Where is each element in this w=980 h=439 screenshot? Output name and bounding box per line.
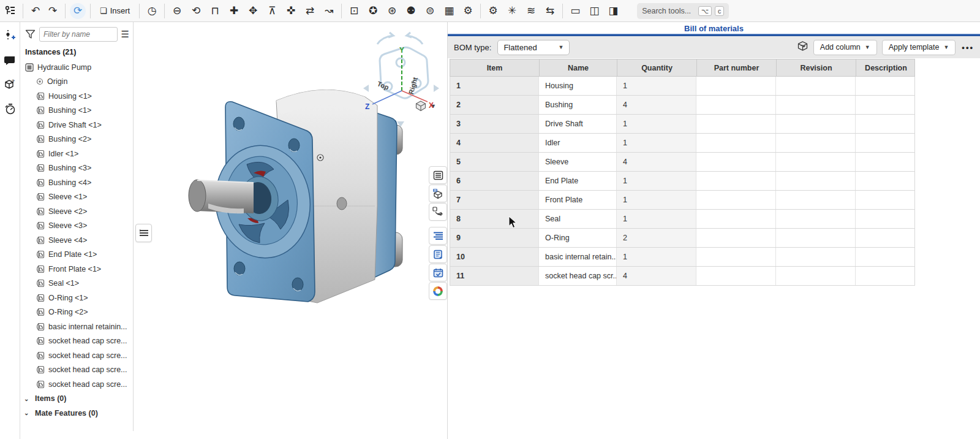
cell-quantity[interactable]: 1 xyxy=(617,210,696,228)
list-view-icon[interactable]: ☰ xyxy=(121,29,129,40)
toolbar-tool-icon[interactable]: ✜ xyxy=(283,3,299,19)
cell-quantity[interactable]: 1 xyxy=(617,115,696,133)
cell-part-number[interactable] xyxy=(696,115,776,133)
cell-description[interactable] xyxy=(856,191,915,209)
table-row[interactable]: 3 Drive Shaft 1 xyxy=(450,115,915,134)
cell-name[interactable]: Seal xyxy=(539,210,617,228)
cell-name[interactable]: Drive Shaft xyxy=(539,115,617,133)
tree-item-part[interactable]: basic internal retainin... xyxy=(20,319,133,334)
cell-quantity[interactable]: 1 xyxy=(617,172,696,190)
cell-part-number[interactable] xyxy=(696,267,776,285)
cell-part-number[interactable] xyxy=(696,77,776,95)
cell-part-number[interactable] xyxy=(696,153,776,171)
tree-item-part[interactable]: socket head cap scre... xyxy=(20,334,133,349)
tree-item-part[interactable]: socket head cap scre... xyxy=(20,348,133,363)
toolbar-tool-icon[interactable]: ▦ xyxy=(441,3,457,19)
toolbar-tool-icon[interactable]: ◨ xyxy=(605,3,621,19)
cell-name[interactable]: socket head cap scr... xyxy=(539,267,617,285)
cell-item[interactable]: 9 xyxy=(450,229,539,247)
insert-button[interactable]: ❏ Insert xyxy=(95,3,135,19)
tree-item-part[interactable]: Seal <1> xyxy=(20,277,133,291)
overflow-menu-icon[interactable]: ••• xyxy=(962,43,974,52)
tasks-button[interactable] xyxy=(429,264,447,281)
tree-item-part[interactable]: Sleeve <2> xyxy=(20,204,133,219)
cell-item[interactable]: 6 xyxy=(450,172,539,190)
tree-item-part[interactable]: Idler <1> xyxy=(20,147,133,161)
cut-list-button[interactable] xyxy=(429,245,447,263)
tree-item-part[interactable]: Front Plate <1> xyxy=(20,262,133,277)
cell-description[interactable] xyxy=(856,229,915,247)
cell-part-number[interactable] xyxy=(696,229,776,247)
cell-revision[interactable] xyxy=(776,77,856,95)
tree-item-part[interactable]: Bushing <4> xyxy=(20,175,133,190)
tree-item-part[interactable]: O-Ring <2> xyxy=(20,305,133,320)
tree-item-part[interactable]: Bushing <1> xyxy=(20,104,133,118)
cell-revision[interactable] xyxy=(776,153,856,171)
column-header[interactable]: Part number xyxy=(697,59,777,76)
cell-name[interactable]: basic internal retain... xyxy=(539,248,617,266)
toolbar-tool-icon[interactable]: ↝ xyxy=(321,3,337,19)
hydraulic-pump-model[interactable]: Y Z X Top Right xyxy=(134,22,447,439)
cell-description[interactable] xyxy=(856,248,915,266)
toolbar-tool-icon[interactable]: ⊓ xyxy=(207,3,223,19)
cell-part-number[interactable] xyxy=(696,96,776,114)
cell-name[interactable]: Front Plate xyxy=(539,191,617,209)
add-instance-icon[interactable] xyxy=(2,28,18,44)
table-row[interactable]: 8 Seal 1 xyxy=(450,210,915,229)
cell-quantity[interactable]: 1 xyxy=(617,191,696,209)
cell-revision[interactable] xyxy=(776,96,856,114)
tree-item-part[interactable]: End Plate <1> xyxy=(20,248,133,262)
drive-shaft[interactable] xyxy=(189,180,254,213)
table-row[interactable]: 4 Idler 1 xyxy=(450,134,915,153)
toolbar-tool-icon[interactable]: ✪ xyxy=(365,3,381,19)
cell-revision[interactable] xyxy=(776,229,856,247)
cell-item[interactable]: 4 xyxy=(450,134,539,152)
toolbar-tool-icon[interactable]: ⊜ xyxy=(422,3,438,19)
filter-input[interactable] xyxy=(39,27,118,42)
toolbar-tool-icon[interactable]: ⊖ xyxy=(169,3,185,19)
toolbar-tool-icon[interactable]: ⚉ xyxy=(403,3,419,19)
cell-item[interactable]: 5 xyxy=(450,153,539,171)
toolbar-tool-icon[interactable]: ◫ xyxy=(586,3,602,19)
redo-icon[interactable]: ↷ xyxy=(45,3,61,19)
apply-template-button[interactable]: Apply template ▼ xyxy=(882,40,956,55)
toolbar-tool-icon[interactable]: ≋ xyxy=(523,3,539,19)
toolbar-tool-icon[interactable]: ⚙ xyxy=(485,3,501,19)
toolbar-tool-icon[interactable]: ⇆ xyxy=(542,3,558,19)
tree-item-part[interactable]: Sleeve <4> xyxy=(20,233,133,248)
history-clock-icon[interactable]: ◷ xyxy=(144,3,160,19)
cell-description[interactable] xyxy=(856,134,915,152)
cell-quantity[interactable]: 1 xyxy=(617,134,696,152)
column-header[interactable]: Quantity xyxy=(617,59,697,76)
undo-icon[interactable]: ↶ xyxy=(28,3,43,19)
exploded-view-button[interactable] xyxy=(429,185,447,202)
assembly-tree-icon[interactable] xyxy=(2,3,18,19)
cell-quantity[interactable]: 2 xyxy=(617,229,696,247)
cell-item[interactable]: 1 xyxy=(450,77,539,95)
cell-revision[interactable] xyxy=(776,191,856,209)
toolbar-tool-icon[interactable]: ⟲ xyxy=(188,3,204,19)
cell-name[interactable]: Bushing xyxy=(539,96,617,114)
table-row[interactable]: 6 End Plate 1 xyxy=(450,172,915,191)
toolbar-tool-icon[interactable]: ⇄ xyxy=(302,3,318,19)
bom-panel-button[interactable] xyxy=(429,166,447,184)
cell-name[interactable]: End Plate xyxy=(539,172,617,190)
cell-description[interactable] xyxy=(856,267,915,285)
tree-item-part[interactable]: socket head cap scre... xyxy=(20,377,133,392)
cell-description[interactable] xyxy=(856,96,915,114)
toolbar-tool-icon[interactable]: ⊛ xyxy=(384,3,400,19)
table-row[interactable]: 7 Front Plate 1 xyxy=(450,191,915,210)
cell-part-number[interactable] xyxy=(696,172,776,190)
table-row[interactable]: 1 Housing 1 xyxy=(450,77,915,96)
tree-item-origin[interactable]: Origin xyxy=(20,75,133,90)
cell-description[interactable] xyxy=(856,115,915,133)
table-row[interactable]: 9 O-Ring 2 xyxy=(450,229,915,248)
cell-description[interactable] xyxy=(856,77,915,95)
comments-icon[interactable] xyxy=(2,52,18,68)
tree-group-header[interactable]: ⌄ Items (0) xyxy=(20,392,133,407)
tree-item-part[interactable]: Bushing <3> xyxy=(20,161,133,176)
tree-item-part[interactable]: socket head cap scre... xyxy=(20,363,133,378)
tree-item-part[interactable]: Sleeve <1> xyxy=(20,190,133,205)
toolbar-tool-icon[interactable]: ✳ xyxy=(504,3,520,19)
cell-item[interactable]: 11 xyxy=(450,267,539,285)
